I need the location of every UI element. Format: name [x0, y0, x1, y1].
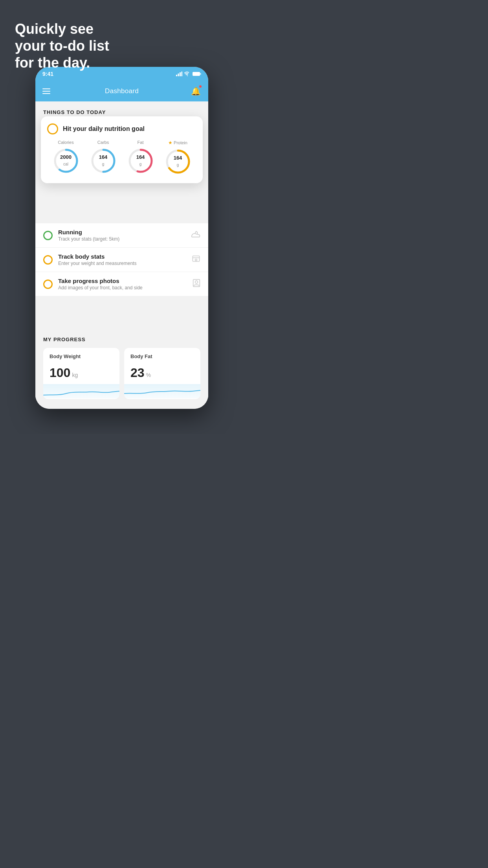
photos-title: Take progress photos	[58, 278, 189, 284]
svg-rect-2	[180, 72, 181, 76]
body-weight-value: 100	[50, 366, 70, 380]
nutrition-card-title: Hit your daily nutrition goal	[63, 125, 145, 132]
svg-point-19	[195, 281, 198, 283]
svg-point-4	[187, 75, 188, 76]
svg-rect-0	[176, 75, 177, 76]
body-stats-check-circle	[43, 255, 53, 265]
nutrition-card[interactable]: Hit your daily nutrition goal Calories 2…	[41, 116, 203, 183]
scale-icon	[192, 254, 200, 265]
progress-cards: Body Weight 100 kg Body Fat 23	[43, 348, 200, 399]
body-weight-card[interactable]: Body Weight 100 kg	[43, 348, 119, 399]
calories-value: 2000	[60, 154, 72, 160]
fat-value: 164	[136, 154, 145, 160]
svg-rect-5	[193, 72, 200, 76]
progress-section-title: My Progress	[43, 337, 200, 342]
hamburger-menu[interactable]	[42, 88, 50, 94]
photos-check-circle	[43, 280, 53, 289]
running-title: Running	[58, 229, 187, 235]
body-stats-text: Track body stats Enter your weight and m…	[58, 253, 188, 266]
carbs-label: Carbs	[97, 140, 109, 145]
list-item[interactable]: Running Track your stats (target: 5km)	[35, 223, 208, 248]
body-fat-card[interactable]: Body Fat 23 %	[124, 348, 200, 399]
hero-line-1: Quickly see	[15, 20, 109, 37]
wifi-icon	[184, 72, 191, 76]
todo-list: Running Track your stats (target: 5km) T…	[35, 223, 208, 296]
photos-text: Take progress photos Add images of your …	[58, 278, 189, 291]
svg-point-17	[195, 259, 197, 261]
calories-donut: 2000 cal	[52, 147, 80, 175]
fat-donut: 164 g	[127, 147, 154, 175]
body-fat-value: 23	[130, 366, 145, 380]
signal-icon	[176, 72, 182, 76]
nav-bar: Dashboard 🔔	[35, 81, 208, 101]
calories-label: Calories	[58, 140, 73, 145]
list-item[interactable]: Take progress photos Add images of your …	[35, 272, 208, 296]
protein-donut: 164 g	[164, 148, 192, 175]
running-subtitle: Track your stats (target: 5km)	[58, 236, 187, 242]
running-text: Running Track your stats (target: 5km)	[58, 229, 187, 242]
phone-mockup: 9:41	[35, 67, 208, 409]
progress-section: My Progress Body Weight 100 kg Body	[35, 329, 208, 399]
calories-unit: cal	[63, 162, 68, 166]
carbs-stat: Carbs 164 g	[90, 140, 117, 175]
things-section-title: Things To Do Today	[43, 109, 106, 115]
body-stats-subtitle: Enter your weight and measurements	[58, 261, 188, 266]
photos-subtitle: Add images of your front, back, and side	[58, 285, 189, 291]
svg-rect-6	[200, 73, 201, 75]
hero-line-3: for the day.	[15, 54, 109, 71]
protein-value: 164	[174, 155, 182, 161]
status-icons	[176, 72, 201, 76]
body-stats-title: Track body stats	[58, 253, 188, 260]
hero-text: Quickly see your to-do list for the day.	[15, 20, 109, 72]
body-fat-title: Body Fat	[130, 353, 194, 359]
body-weight-unit: kg	[72, 372, 78, 378]
protein-star: ★	[168, 140, 172, 145]
fat-label: Fat	[138, 140, 144, 145]
notification-bell-button[interactable]: 🔔	[190, 86, 201, 97]
body-fat-value-row: 23 %	[130, 366, 194, 380]
protein-label: ★ Protein	[168, 140, 187, 145]
hero-line-2: your to-do list	[15, 37, 109, 54]
running-shoe-icon	[191, 230, 200, 240]
status-time: 9:41	[42, 71, 53, 77]
nutrition-check-circle	[47, 123, 58, 134]
nutrition-card-header: Hit your daily nutrition goal	[47, 123, 196, 134]
battery-icon	[193, 72, 201, 76]
carbs-value: 164	[99, 154, 108, 160]
protein-unit: g	[177, 163, 179, 167]
notification-dot	[199, 85, 202, 88]
body-weight-chart	[43, 384, 119, 398]
running-check-circle	[43, 231, 53, 240]
nutrition-stats: Calories 2000 cal Carbs	[47, 140, 196, 175]
svg-rect-3	[182, 72, 183, 76]
svg-rect-1	[178, 74, 179, 76]
nav-title: Dashboard	[105, 87, 139, 95]
body-fat-chart	[124, 384, 200, 398]
list-item[interactable]: Track body stats Enter your weight and m…	[35, 248, 208, 272]
portrait-icon	[193, 279, 200, 289]
carbs-donut: 164 g	[90, 147, 117, 175]
protein-stat: ★ Protein 164 g	[164, 140, 192, 175]
carbs-unit: g	[102, 162, 105, 166]
body-fat-unit: %	[146, 372, 151, 378]
body-weight-value-row: 100 kg	[50, 366, 113, 380]
body-weight-title: Body Weight	[50, 353, 113, 359]
content-area: Things To Do Today Hit your daily nutrit…	[35, 101, 208, 409]
calories-stat: Calories 2000 cal	[52, 140, 80, 175]
bell-icon: 🔔	[191, 86, 201, 96]
fat-stat: Fat 164 g	[127, 140, 154, 175]
fat-unit: g	[139, 162, 142, 166]
